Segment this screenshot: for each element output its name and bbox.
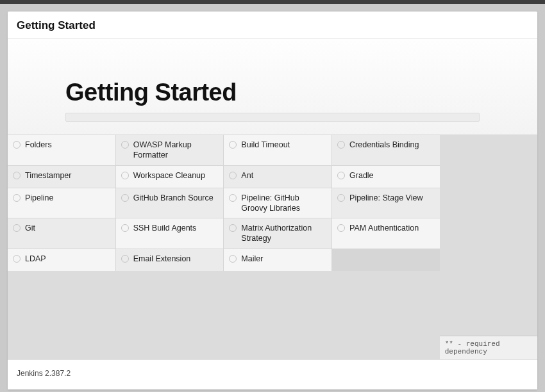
plugin-cell: Folders — [8, 135, 115, 165]
plugin-label: Matrix Authorization Strategy — [241, 223, 326, 244]
pending-icon — [337, 141, 345, 149]
plugin-cell: Workspace Cleanup — [116, 166, 224, 188]
plugin-grid: FoldersOWASP Markup FormatterBuild Timeo… — [8, 135, 440, 271]
plugin-label: Build Timeout — [241, 140, 290, 150]
pending-icon — [121, 172, 129, 179]
pending-icon — [121, 224, 129, 232]
plugin-label: Email Extension — [133, 254, 191, 264]
window-header: Getting Started — [8, 12, 537, 39]
pending-icon — [229, 255, 237, 263]
pending-icon — [337, 224, 345, 232]
pending-icon — [13, 255, 21, 263]
side-panel: ** - required dependency — [440, 135, 537, 359]
plugin-label: Folders — [25, 140, 52, 150]
plugin-label: OWASP Markup Formatter — [133, 140, 219, 161]
plugin-cell: Git — [8, 218, 115, 249]
pending-icon — [13, 141, 21, 149]
hero-section: Getting Started — [8, 39, 537, 135]
plugin-label: PAM Authentication — [349, 223, 419, 233]
plugin-cell: Ant — [224, 166, 331, 188]
plugin-label: Mailer — [241, 254, 263, 264]
top-accent-bar — [0, 0, 545, 4]
plugin-cell: PAM Authentication — [332, 218, 440, 249]
content-area: FoldersOWASP Markup FormatterBuild Timeo… — [8, 135, 537, 359]
plugin-label: Gradle — [349, 170, 374, 181]
pending-icon — [229, 194, 237, 202]
pending-icon — [121, 194, 129, 202]
pending-icon — [13, 224, 21, 232]
footer: Jenkins 2.387.2 — [8, 359, 537, 389]
pending-icon — [229, 224, 237, 232]
pending-icon — [13, 172, 21, 179]
plugin-cell: Timestamper — [8, 166, 115, 188]
plugin-label: SSH Build Agents — [133, 223, 197, 233]
pending-icon — [229, 172, 237, 179]
legend-text: ** - required dependency — [440, 336, 537, 359]
plugin-cell: Credentials Binding — [332, 135, 440, 165]
plugin-label: Timestamper — [25, 170, 71, 181]
plugin-label: LDAP — [25, 254, 46, 264]
plugin-label: GitHub Branch Source — [133, 193, 214, 203]
plugin-cell: SSH Build Agents — [116, 218, 224, 249]
window-title: Getting Started — [17, 19, 528, 32]
plugin-cell: Pipeline: Stage View — [332, 188, 440, 218]
plugin-cell: Build Timeout — [224, 135, 331, 165]
plugin-label: Pipeline — [25, 193, 53, 203]
plugin-label: Pipeline: Stage View — [349, 193, 423, 203]
plugin-cell: OWASP Markup Formatter — [116, 135, 224, 165]
plugin-cell: Pipeline: GitHub Groovy Libraries — [224, 188, 331, 218]
progress-bar — [65, 113, 480, 122]
plugin-label: Pipeline: GitHub Groovy Libraries — [241, 193, 326, 214]
plugin-cell: Email Extension — [116, 249, 224, 271]
pending-icon — [13, 194, 21, 202]
pending-icon — [229, 141, 237, 149]
plugin-cell: Gradle — [332, 166, 440, 188]
pending-icon — [121, 255, 129, 263]
plugin-cell: LDAP — [8, 249, 115, 271]
page-title: Getting Started — [65, 79, 480, 106]
plugin-grid-wrap: FoldersOWASP Markup FormatterBuild Timeo… — [8, 135, 440, 359]
plugin-cell: Matrix Authorization Strategy — [224, 218, 331, 249]
version-label: Jenkins 2.387.2 — [17, 369, 71, 378]
plugin-label: Git — [25, 223, 35, 233]
plugin-cell: Pipeline — [8, 188, 115, 218]
plugin-label: Credentials Binding — [349, 140, 419, 150]
pending-icon — [337, 172, 345, 179]
plugin-label: Workspace Cleanup — [133, 170, 205, 181]
plugin-cell: Mailer — [224, 249, 331, 271]
pending-icon — [337, 194, 345, 202]
setup-wizard-window: Getting Started Getting Started FoldersO… — [8, 12, 537, 389]
plugin-label: Ant — [241, 170, 253, 181]
plugin-cell: GitHub Branch Source — [116, 188, 224, 218]
pending-icon — [121, 141, 129, 149]
